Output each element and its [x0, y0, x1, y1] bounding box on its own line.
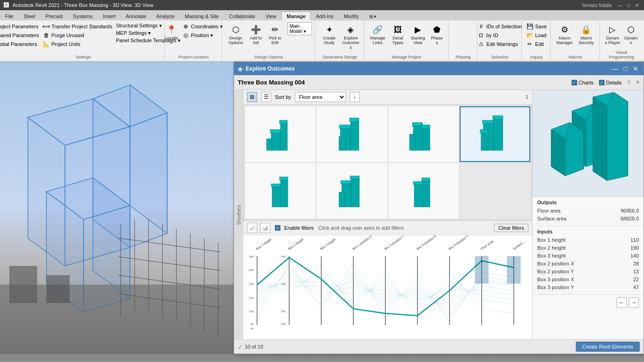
decal-types-btn[interactable]: 🖼 Decal Types: [388, 22, 407, 46]
sort-direction-btn[interactable]: ↓: [350, 92, 360, 102]
thumbnail-7[interactable]: [388, 163, 459, 219]
title-close-btn[interactable]: ✕: [634, 2, 640, 8]
tab-analyze[interactable]: Analyze: [151, 12, 180, 20]
edit-btn[interactable]: ✏ Edit: [525, 40, 545, 48]
pick-to-edit-btn[interactable]: ✏ Pick to Edit: [266, 22, 285, 46]
thumbnail-4[interactable]: [460, 106, 530, 162]
tab-collaborate[interactable]: Collaborate: [224, 12, 260, 20]
ids-selection-btn[interactable]: # IDs of Selection: [476, 22, 523, 31]
selection-group-label: Selection: [491, 54, 508, 59]
position-btn[interactable]: ◎ Position ▾: [181, 31, 215, 39]
load-btn[interactable]: 📂 Load: [525, 31, 547, 39]
ribbon-group-design: ⬡ Design Options ➕ Add to Set ✏ Pick to …: [223, 21, 315, 60]
svg-rect-24: [350, 118, 359, 122]
create-study-icon: ✦: [323, 23, 336, 36]
tab-addins[interactable]: Add-Ins: [311, 12, 338, 20]
select-by-id-btn[interactable]: ⊡ by ID: [476, 31, 500, 39]
filter-hint: Click and drag over axes to add filters: [319, 225, 404, 231]
title-maximize-btn[interactable]: □: [625, 2, 632, 8]
tab-modify[interactable]: Modify: [338, 12, 364, 20]
tab-view[interactable]: View: [260, 12, 282, 20]
dynamo-btn[interactable]: ⬡ Dynamo: [623, 22, 639, 46]
thumbnail-6[interactable]: [317, 163, 387, 219]
svg-rect-34: [493, 116, 503, 119]
macro-security-btn[interactable]: 🔒 Macro Security: [576, 22, 596, 46]
svg-text:180: 180: [281, 255, 286, 258]
studies-label: Studies: [236, 205, 241, 225]
user-info: tomasz.fudala: [583, 3, 611, 8]
starting-view-btn[interactable]: ▶ Starting View: [408, 22, 428, 46]
inquiry-group-label: Inquiry: [530, 54, 543, 59]
chart-type-1-btn[interactable]: 📈: [247, 223, 257, 233]
global-parameters-btn[interactable]: ⊠ Global Parameters: [0, 40, 39, 48]
svg-rect-29: [422, 125, 430, 129]
next-btn[interactable]: →: [629, 297, 639, 308]
explore-outcomes-btn[interactable]: ◈ Explore Outcomes: [340, 22, 361, 51]
svg-rect-44: [350, 176, 359, 179]
tab-file[interactable]: File: [0, 12, 19, 20]
svg-rect-33: [494, 118, 503, 150]
shared-parameters-btn[interactable]: ⊟ Shared Parameters: [0, 31, 40, 39]
tab-precast[interactable]: Precast: [40, 12, 68, 20]
phasing-group-label: Phasing: [455, 54, 471, 59]
list-view-btn[interactable]: ☰: [261, 92, 271, 102]
create-study-btn[interactable]: ✦ Create Study: [319, 22, 339, 46]
macro-manager-btn[interactable]: ⚙ Macro Manager: [554, 22, 575, 46]
tab-insert[interactable]: Insert: [98, 12, 121, 20]
transfer-standards-btn[interactable]: ⟺ Transfer Project Standards: [41, 22, 114, 31]
main-model-select[interactable]: Main Model ▾: [287, 22, 312, 35]
warnings-btn[interactable]: ⚠ Edit Warnings: [476, 40, 519, 48]
thumbnail-3[interactable]: [388, 106, 459, 162]
mep-settings-btn[interactable]: MEP Settings ▾: [115, 30, 153, 37]
enable-filters-checkbox[interactable]: ✓: [275, 225, 280, 231]
grid-view-btn[interactable]: ⊞: [247, 92, 257, 102]
svg-rect-27: [412, 123, 423, 126]
phases-btn[interactable]: ⬟ Phases: [429, 22, 445, 46]
tab-extra[interactable]: ⊞ ▾: [364, 12, 382, 20]
panel-maximize-btn[interactable]: □: [621, 65, 630, 73]
tab-massing[interactable]: Massing & Site: [180, 12, 224, 20]
prev-btn[interactable]: ←: [617, 297, 627, 308]
details-checkbox-area[interactable]: ✓ Details: [599, 80, 622, 85]
macros-items: ⚙ Macro Manager 🔒 Macro Security: [554, 22, 597, 54]
title-bar-left: 🅰 Autodesk Revit 2021 - Three Box Massin…: [4, 2, 153, 8]
box2-pos-x-value: 28: [633, 261, 639, 266]
charts-checkbox-area[interactable]: ✓ Charts: [572, 80, 593, 85]
charts-label: Charts: [579, 80, 593, 85]
tab-manage[interactable]: Manage: [281, 12, 311, 20]
thumbnail-5[interactable]: [245, 163, 316, 219]
details-checkbox[interactable]: ✓: [599, 80, 605, 85]
coordinates-btn[interactable]: ⊕ Coordinates ▾: [181, 22, 224, 31]
tab-annotate[interactable]: Annotate: [121, 12, 151, 20]
add-to-set-btn[interactable]: ➕ Add to Set: [247, 22, 265, 46]
save-btn[interactable]: 💾 Save: [525, 22, 548, 31]
clear-filters-btn[interactable]: Clear filters: [494, 224, 528, 232]
svg-text:Box 3 height: Box 3 height: [319, 238, 336, 251]
structural-settings-btn[interactable]: Structural Settings ▾: [115, 22, 163, 29]
ribbon-group-macros: ⚙ Macro Manager 🔒 Macro Security Macros: [552, 21, 600, 60]
charts-checkbox[interactable]: ✓: [572, 80, 577, 85]
create-revit-elements-btn[interactable]: Create Revit Elements: [576, 342, 640, 352]
panel-minimize-btn[interactable]: —: [611, 65, 619, 73]
chart-type-2-btn[interactable]: 📊: [260, 223, 270, 233]
design-options-btn[interactable]: ⬡ Design Options: [226, 22, 246, 46]
settings-items: ⊞ Project Parameters ⊟ Shared Parameters…: [0, 22, 182, 54]
ribbon-group-visual: ▷ Dynamo Player ⬡ Dynamo Visual Programm…: [601, 21, 642, 60]
project-group-label: Manage Project: [392, 54, 421, 59]
panel-close-btn[interactable]: ✕: [631, 65, 640, 73]
panel-header-right: — □ ✕: [611, 65, 640, 73]
purge-unused-btn[interactable]: 🗑 Purge Unused: [41, 31, 85, 39]
tab-systems[interactable]: Systems: [68, 12, 98, 20]
dynamo-player-btn[interactable]: ▷ Dynamo Player: [604, 22, 622, 46]
project-parameters-btn[interactable]: ⊞ Project Parameters: [0, 22, 39, 31]
panel-subheader-close-btn[interactable]: ✕: [636, 79, 640, 85]
location-btn[interactable]: 📍 Location: [163, 22, 180, 46]
help-icon[interactable]: ?: [627, 80, 630, 85]
project-units-btn[interactable]: 📐 Project Units: [41, 40, 82, 48]
tab-steel[interactable]: Steel: [19, 12, 40, 20]
title-minimize-btn[interactable]: —: [617, 2, 624, 8]
sort-select[interactable]: Floor area Surface area Box 1 height Box…: [295, 92, 346, 102]
thumbnail-2[interactable]: [317, 106, 387, 162]
manage-links-btn[interactable]: 🔗 Manage Links: [368, 22, 388, 46]
thumbnail-1[interactable]: [245, 106, 316, 162]
